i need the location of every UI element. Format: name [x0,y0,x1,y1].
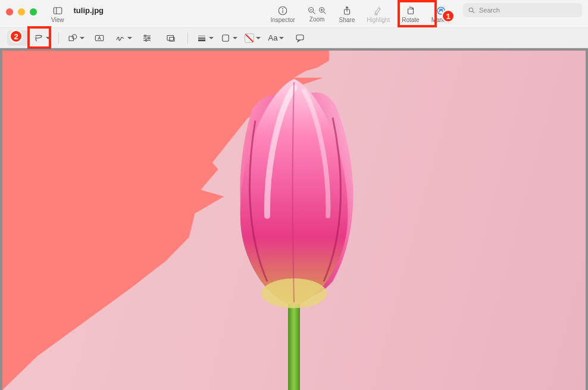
markup-toolbar: Aa [0,28,588,48]
svg-point-19 [17,37,18,38]
line-weight-icon [196,33,207,43]
svg-line-9 [323,11,326,14]
border-color-tool[interactable] [218,30,239,46]
svg-point-36 [145,39,147,41]
fullscreen-window-button[interactable] [30,8,37,15]
signature-icon [115,33,126,43]
adjust-color-tool[interactable] [136,30,158,46]
separator [58,32,59,44]
text-style-tool[interactable]: Aa [265,30,287,46]
image-canvas[interactable] [2,51,586,390]
document-title: tulip.jpg [74,6,104,15]
separator [187,32,188,44]
resize-icon [165,33,176,43]
lasso-icon [33,33,44,43]
canvas-frame [0,48,588,390]
annotate-tool[interactable] [289,30,311,46]
fill-color-swatch [245,33,254,43]
speech-bubble-icon [295,33,305,43]
info-icon [277,5,288,16]
zoom-out-icon [307,6,317,15]
adjust-size-tool[interactable] [160,30,182,46]
svg-line-18 [473,11,474,13]
svg-point-29 [72,35,77,39]
search-field[interactable]: Search [463,3,582,17]
border-color-icon [220,33,231,43]
svg-rect-43 [296,35,304,39]
zoom-button-group[interactable]: Zoom [301,0,333,28]
instant-alpha-icon [12,33,23,43]
svg-point-4 [283,8,283,9]
instant-alpha-tool[interactable] [7,30,29,46]
highlight-button: Highlight [361,0,396,28]
markup-icon [436,5,446,16]
share-button[interactable]: Share [333,0,361,28]
view-label: View [51,17,64,23]
view-menu-button[interactable]: View [45,0,70,28]
text-box-icon [94,33,105,43]
markup-label: Markup [431,17,451,23]
highlighter-icon [373,5,384,16]
zoom-label: Zoom [309,16,325,23]
highlight-label: Highlight [367,17,390,23]
search-placeholder: Search [479,7,500,14]
selection-tool[interactable] [31,30,52,46]
shapes-tool[interactable] [65,30,86,46]
svg-line-24 [15,35,17,36]
share-icon [342,5,352,16]
window-controls [6,8,37,15]
minimize-window-button[interactable] [18,8,25,15]
svg-point-34 [145,35,146,36]
svg-line-25 [19,39,20,40]
tulip-image-subject [166,67,422,390]
titlebar: View tulip.jpg Inspector Zoom Share High… [0,0,588,28]
zoom-in-icon [318,6,327,15]
rotate-button[interactable]: Rotate [396,0,425,28]
svg-line-6 [312,11,315,14]
shape-style-tool[interactable] [194,30,215,46]
rotate-label: Rotate [402,17,419,23]
inspector-label: Inspector [270,17,295,23]
svg-rect-0 [54,7,62,14]
svg-line-27 [15,39,17,40]
fill-color-tool[interactable] [242,30,263,46]
zoom-icons [307,6,327,15]
share-label: Share [339,17,355,23]
inspector-button[interactable]: Inspector [264,0,301,28]
sign-tool[interactable] [112,30,134,46]
close-window-button[interactable] [6,8,13,15]
svg-point-35 [148,37,150,39]
text-tool[interactable] [89,30,110,46]
svg-line-26 [19,35,20,36]
svg-rect-42 [222,35,229,41]
shapes-icon [67,33,78,43]
search-icon [468,7,476,14]
rotate-icon [405,5,416,16]
sidebar-icon [52,5,63,16]
svg-rect-15 [408,9,413,14]
svg-rect-37 [167,35,174,40]
markup-button[interactable]: Markup [426,0,457,28]
svg-point-17 [469,8,473,12]
sliders-icon [142,33,152,43]
